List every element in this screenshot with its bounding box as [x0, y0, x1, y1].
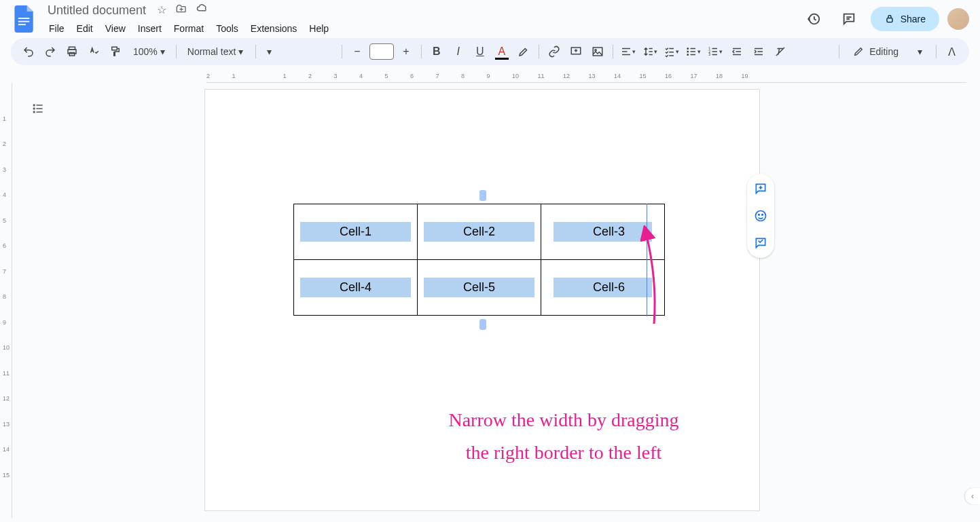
emoji-pill[interactable] [751, 206, 770, 225]
highlight-button[interactable] [514, 42, 533, 61]
undo-button[interactable] [19, 42, 38, 61]
svg-point-18 [33, 105, 35, 106]
separator [613, 45, 613, 58]
align-button[interactable]: ▾ [619, 42, 638, 61]
svg-rect-0 [18, 18, 29, 19]
chevron-down-icon: ▾ [238, 46, 243, 57]
indent-decrease-button[interactable] [727, 42, 746, 61]
menu-bar: File Edit View Insert Format Tools Exten… [43, 20, 795, 37]
checklist-button[interactable]: ▾ [662, 42, 681, 61]
star-icon[interactable]: ☆ [157, 3, 166, 17]
editing-mode-button[interactable]: Editing ▾ [845, 43, 930, 60]
style-select[interactable]: Normal text ▾ [182, 43, 250, 60]
header-top: Untitled document ☆ File Edit View Inser… [11, 5, 969, 33]
move-icon[interactable] [176, 3, 187, 17]
svg-point-19 [33, 108, 35, 109]
menu-file[interactable]: File [43, 20, 70, 37]
menu-help[interactable]: Help [304, 20, 334, 37]
table-cell[interactable]: Cell-2 [418, 204, 541, 260]
collapse-toolbar-button[interactable]: ᐱ [942, 42, 961, 61]
line-spacing-button[interactable]: ▾ [640, 42, 659, 61]
separator [255, 45, 256, 58]
title-icons: ☆ [157, 3, 208, 17]
horizontal-ruler[interactable]: 2112345678910111213141516171819 [206, 71, 966, 83]
clear-format-button[interactable] [771, 42, 790, 61]
table-drag-handle-bottom[interactable] [479, 319, 486, 330]
separator [839, 45, 839, 58]
font-size-decrease[interactable]: − [348, 42, 367, 61]
menu-extensions[interactable]: Extensions [245, 20, 302, 37]
svg-rect-8 [112, 47, 117, 50]
table-row[interactable]: Cell-1 Cell-2 Cell-3 [294, 204, 665, 260]
comment-side-pill [747, 174, 774, 258]
side-panel-toggle[interactable]: ‹ [965, 488, 980, 504]
svg-point-12 [687, 48, 689, 50]
comment-icon[interactable] [835, 5, 863, 33]
title-area: Untitled document ☆ File Edit View Inser… [43, 2, 795, 37]
table-cell[interactable]: Cell-5 [418, 260, 541, 316]
svg-point-22 [759, 215, 760, 216]
avatar[interactable] [947, 8, 969, 30]
column-resize-guide[interactable] [647, 204, 647, 316]
paint-format-button[interactable] [106, 42, 125, 61]
redo-button[interactable] [41, 42, 60, 61]
italic-button[interactable]: I [449, 42, 468, 61]
font-select[interactable]: ▾ [261, 43, 336, 60]
font-size-increase[interactable]: + [397, 42, 416, 61]
history-icon[interactable] [800, 5, 827, 33]
table-drag-handle-top[interactable] [479, 190, 486, 201]
document-title[interactable]: Untitled document [43, 2, 150, 19]
add-comment-button[interactable] [566, 42, 585, 61]
separator [936, 45, 937, 58]
underline-button[interactable]: U [471, 42, 490, 61]
indent-increase-button[interactable] [749, 42, 768, 61]
menu-tools[interactable]: Tools [211, 20, 244, 37]
svg-rect-4 [887, 18, 892, 22]
menu-view[interactable]: View [100, 20, 131, 37]
outline-toggle-button[interactable] [29, 99, 48, 118]
svg-rect-2 [18, 24, 26, 25]
chevron-down-icon: ▾ [160, 46, 165, 57]
print-button[interactable] [62, 42, 81, 61]
menu-insert[interactable]: Insert [132, 20, 167, 37]
toolbar: 100% ▾ Normal text ▾ ▾ − + B I U A ▾ ▾ ▾… [11, 38, 969, 65]
menu-format[interactable]: Format [168, 20, 209, 37]
chevron-down-icon: ▾ [918, 46, 922, 57]
svg-text:3: 3 [709, 52, 711, 56]
table-cell[interactable]: Cell-4 [294, 260, 418, 316]
docs-logo[interactable] [11, 5, 38, 33]
cloud-icon[interactable] [196, 3, 208, 17]
separator [421, 45, 422, 58]
vertical-ruler[interactable]: 123456789101112131415 [0, 83, 12, 518]
add-comment-pill[interactable] [751, 179, 770, 198]
svg-rect-1 [18, 21, 29, 22]
font-size-input[interactable] [369, 43, 394, 60]
suggest-pill[interactable] [751, 234, 770, 253]
bold-button[interactable]: B [427, 42, 446, 61]
svg-point-20 [33, 111, 35, 113]
svg-point-13 [687, 51, 689, 52]
chevron-down-icon: ▾ [267, 46, 272, 57]
separator [342, 45, 342, 58]
svg-point-11 [595, 50, 596, 51]
annotation-text: Narrow the width by dragging the right b… [414, 404, 713, 468]
title-row: Untitled document ☆ [43, 2, 795, 19]
spellcheck-button[interactable] [84, 42, 103, 61]
menu-edit[interactable]: Edit [71, 20, 98, 37]
text-color-button[interactable]: A [492, 42, 511, 61]
separator [176, 45, 177, 58]
svg-point-14 [687, 54, 689, 56]
separator [539, 45, 539, 58]
table-cell[interactable]: Cell-1 [294, 204, 418, 260]
table-row[interactable]: Cell-4 Cell-5 Cell-6 [294, 260, 665, 316]
link-button[interactable] [545, 42, 564, 61]
document-table[interactable]: Cell-1 Cell-2 Cell-3 Cell-4 Cell-5 Cell-… [293, 204, 665, 316]
number-list-button[interactable]: 123 ▾ [706, 42, 725, 61]
bullet-list-button[interactable]: ▾ [684, 42, 703, 61]
zoom-select[interactable]: 100% ▾ [128, 43, 170, 60]
header: Untitled document ☆ File Edit View Inser… [0, 0, 980, 33]
svg-point-23 [762, 215, 763, 216]
share-button[interactable]: Share [871, 7, 939, 31]
image-button[interactable] [588, 42, 607, 61]
share-label: Share [901, 14, 926, 24]
